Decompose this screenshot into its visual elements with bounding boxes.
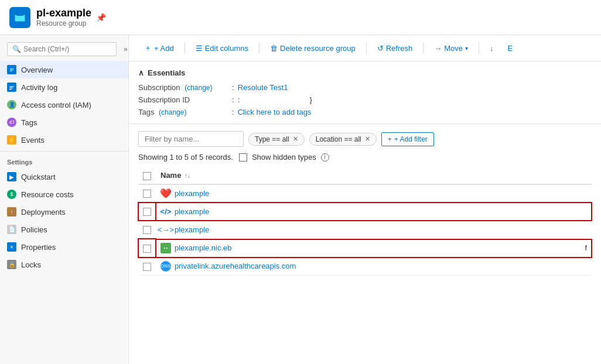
svg-rect-6 — [9, 86, 14, 87]
add-button[interactable]: ＋ + Add — [138, 40, 180, 56]
move-icon: → — [434, 44, 442, 53]
tags-icon: 🏷 — [7, 118, 16, 127]
locks-icon: 🔒 — [7, 260, 16, 269]
nic-icon — [161, 243, 171, 253]
refresh-button[interactable]: ↺ Refresh — [371, 41, 419, 56]
sidebar-item-activity-label: Activity log — [21, 83, 57, 92]
row-2-checkbox[interactable] — [143, 208, 151, 216]
sidebar-item-iam[interactable]: 👤 Access control (IAM) — [0, 96, 128, 114]
move-button[interactable]: → Move ▾ — [428, 41, 474, 56]
show-hidden-label: Show hidden types — [252, 153, 316, 162]
table-row: <→> plexample — [138, 221, 592, 239]
search-box[interactable]: 🔍 — [7, 42, 117, 56]
location-filter-close-icon[interactable]: ✕ — [365, 135, 370, 143]
subscription-link[interactable]: Resolute Test1 — [238, 83, 288, 92]
name-column-header[interactable]: Name ↑↓ — [156, 167, 592, 184]
row-3-link[interactable]: plexample — [175, 225, 209, 234]
properties-icon: ≡ — [7, 242, 16, 252]
table-row: </> plexample — [138, 202, 592, 221]
filter-by-name-input[interactable] — [138, 131, 244, 147]
sidebar-item-quickstart[interactable]: ▶ Quickstart — [0, 168, 128, 186]
row-4-name-cell: plexample.nic.eb f — [156, 239, 592, 257]
records-showing-text: Showing 1 to 5 of 5 records. — [138, 153, 233, 162]
delete-button[interactable]: 🗑 Delete resource group — [264, 41, 361, 56]
resources-table: Name ↑↓ ❤️ plexampl — [138, 167, 592, 276]
svg-rect-11 — [166, 248, 168, 249]
sidebar-item-quickstart-label: Quickstart — [21, 173, 56, 181]
sidebar-item-events-label: Events — [21, 136, 45, 145]
columns-icon: ☰ — [196, 44, 203, 53]
toolbar-separator-1 — [185, 42, 185, 54]
sidebar-item-overview[interactable]: Overview — [0, 61, 128, 78]
svg-rect-9 — [163, 246, 169, 250]
row-checkbox-cell — [138, 221, 156, 239]
show-hidden-checkbox[interactable] — [239, 153, 247, 162]
row-checkbox-cell — [138, 202, 156, 221]
sidebar-item-events[interactable]: ⚡ Events — [0, 131, 128, 149]
row-checkbox-cell — [138, 257, 156, 276]
row-2-link[interactable]: plexample — [175, 207, 209, 216]
add-filter-button[interactable]: + + Add filter — [381, 132, 434, 146]
subscription-id-label: Subscription ID — [138, 95, 232, 104]
toolbar: ＋ + Add ☰ Edit columns 🗑 Delete resource… — [129, 35, 601, 61]
location-filter-tag[interactable]: Location == all ✕ — [309, 133, 377, 146]
row-4-link[interactable]: plexample.nic.eb — [175, 243, 232, 252]
events-icon: ⚡ — [7, 135, 16, 145]
select-all-checkbox[interactable] — [143, 172, 151, 180]
top-bar: pl-example Resource group 📌 — [0, 0, 601, 35]
edit-columns-button[interactable]: ☰ Edit columns — [190, 41, 254, 56]
sidebar-item-resource-costs[interactable]: $ Resource costs — [0, 186, 128, 203]
row-5-link[interactable]: privatelink.azurehealthcareapis.com — [175, 262, 296, 270]
row-1-link[interactable]: plexample — [175, 189, 209, 198]
essentials-header[interactable]: ∧ Essentials — [138, 68, 592, 77]
activity-icon — [7, 83, 16, 92]
collapse-sidebar-button[interactable]: » — [121, 43, 129, 56]
export-button[interactable]: E — [502, 41, 519, 56]
search-input[interactable] — [23, 45, 111, 53]
row-4-suffix: f — [585, 243, 587, 252]
row-3-checkbox[interactable] — [143, 226, 151, 234]
sidebar-item-properties[interactable]: ≡ Properties — [0, 238, 128, 256]
resource-title: pl-example Resource group — [36, 7, 91, 28]
row-1-checkbox[interactable] — [143, 190, 151, 198]
overview-icon — [7, 65, 16, 74]
sidebar-item-tags-label: Tags — [21, 118, 37, 127]
sidebar: 🔍 » Overview — [0, 35, 129, 364]
resources-section: Type == all ✕ Location == all ✕ + + Add … — [129, 124, 601, 283]
settings-section-label: Settings — [0, 154, 128, 168]
add-tags-link[interactable]: Click here to add tags — [238, 108, 312, 116]
type-filter-close-icon[interactable]: ✕ — [293, 135, 298, 143]
export-icon: E — [508, 44, 513, 53]
sidebar-item-overview-label: Overview — [21, 66, 53, 74]
svg-rect-8 — [9, 89, 12, 90]
table-row: DNS privatelink.azurehealthcareapis.com — [138, 257, 592, 276]
sidebar-item-tags[interactable]: 🏷 Tags — [0, 114, 128, 131]
sidebar-item-deployments[interactable]: ↑ Deployments — [0, 203, 128, 221]
tags-value: Click here to add tags — [238, 108, 312, 116]
move-chevron-icon: ▾ — [465, 45, 468, 51]
subscription-value: Resolute Test1 — [238, 83, 288, 92]
sidebar-item-activity-log[interactable]: Activity log — [0, 78, 128, 96]
tags-change-link[interactable]: (change) — [159, 108, 186, 116]
subscription-change-link[interactable]: (change) — [185, 84, 212, 92]
add-filter-label: + Add filter — [394, 135, 428, 143]
sidebar-item-policies[interactable]: 📄 Policies — [0, 221, 128, 238]
tags-row: Tags (change) : Click here to add tags — [138, 108, 592, 116]
sidebar-item-locks[interactable]: 🔒 Locks — [0, 256, 128, 273]
row-2-name-cell: </> plexample — [156, 202, 592, 221]
sidebar-item-policies-label: Policies — [21, 225, 47, 234]
svg-rect-10 — [164, 248, 165, 249]
row-5-checkbox[interactable] — [143, 263, 151, 271]
row-checkbox-cell — [138, 239, 156, 257]
toolbar-separator-3 — [366, 42, 367, 54]
essentials-grid: Subscription (change) : Resolute Test1 S… — [138, 83, 592, 116]
row-4-checkbox[interactable] — [143, 245, 151, 253]
svg-rect-7 — [9, 88, 13, 88]
download-icon: ↓ — [490, 44, 494, 53]
row-1-name-cell: ❤️ plexample — [156, 184, 592, 203]
essentials-title: Essentials — [148, 68, 185, 77]
sidebar-item-locks-label: Locks — [21, 260, 41, 269]
pin-icon[interactable]: 📌 — [96, 13, 106, 22]
download-button[interactable]: ↓ — [484, 41, 500, 56]
type-filter-tag[interactable]: Type == all ✕ — [248, 133, 305, 146]
